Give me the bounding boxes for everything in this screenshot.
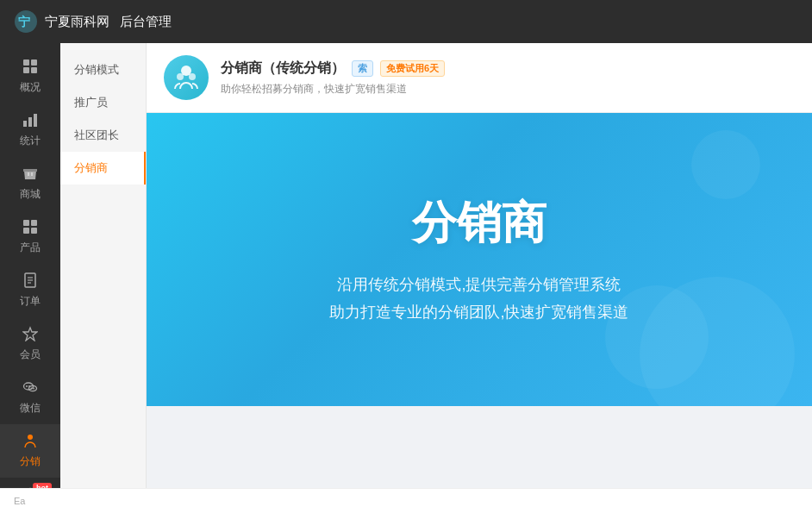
distribution-icon xyxy=(22,433,38,451)
sidebar-item-shop[interactable]: 商城 xyxy=(0,157,60,210)
sidebar-label-stats: 统计 xyxy=(20,134,41,148)
svg-point-23 xyxy=(33,388,34,390)
svg-rect-8 xyxy=(34,114,37,127)
svg-point-32 xyxy=(189,73,196,80)
content-area: 分销商（传统分销） 索 免费试用6天 助你轻松招募分销商，快速扩宽销售渠道 分销… xyxy=(147,43,812,513)
banner-desc-line1: 沿用传统分销模式,提供完善分销管理系统 xyxy=(329,271,628,298)
svg-point-22 xyxy=(31,388,33,390)
wechat-icon xyxy=(22,379,38,397)
header-admin: 后台管理 xyxy=(120,14,172,30)
svg-rect-5 xyxy=(31,67,37,73)
svg-rect-3 xyxy=(31,59,37,66)
sidebar-label-member: 会员 xyxy=(20,347,41,362)
svg-rect-12 xyxy=(31,228,37,234)
header-title: 宁夏雨科网 xyxy=(45,14,109,30)
logo-icon: 宁 xyxy=(14,9,38,34)
content-header-desc: 助你轻松招募分销商，快速扩宽销售渠道 xyxy=(221,82,445,97)
overview-icon xyxy=(22,59,38,77)
content-title-text: 分销商（传统分销） xyxy=(221,59,345,78)
top-header: 宁 宁夏雨科网 后台管理 xyxy=(0,0,812,43)
svg-point-24 xyxy=(28,435,33,440)
svg-text:宁: 宁 xyxy=(18,15,30,28)
svg-marker-17 xyxy=(23,328,37,341)
submenu-item-community[interactable]: 社区团长 xyxy=(60,119,146,152)
submenu-item-distributor[interactable]: 分销商 xyxy=(60,152,146,185)
submenu-item-distribution-mode[interactable]: 分销模式 xyxy=(60,53,146,86)
submenu: 分销模式 推广员 社区团长 分销商 xyxy=(60,43,147,513)
banner-desc-line2: 助力打造专业的分销团队,快速扩宽销售渠道 xyxy=(329,298,628,326)
stats-icon xyxy=(22,112,38,130)
submenu-item-promoter[interactable]: 推广员 xyxy=(60,86,146,119)
tag-type: 索 xyxy=(352,60,373,77)
banner-area: 分销商 沿用传统分销模式,提供完善分销管理系统 助力打造专业的分销团队,快速扩宽… xyxy=(147,113,812,406)
sidebar-label-order: 订单 xyxy=(20,294,41,309)
sidebar-item-wechat[interactable]: 微信 xyxy=(0,371,60,424)
order-icon xyxy=(22,272,38,291)
sidebar-item-stats[interactable]: 统计 xyxy=(0,103,60,157)
sidebar-item-member[interactable]: 会员 xyxy=(0,317,60,371)
sidebar-item-order[interactable]: 订单 xyxy=(0,264,60,317)
sidebar: 概况 统计 商城 产品 订单 xyxy=(0,43,60,513)
content-header-title: 分销商（传统分销） 索 免费试用6天 xyxy=(221,59,445,78)
tag-trial: 免费试用6天 xyxy=(380,60,445,77)
product-icon xyxy=(22,219,38,237)
sidebar-label-wechat: 微信 xyxy=(20,401,41,416)
sidebar-label-shop: 商城 xyxy=(20,187,41,202)
deco-circle-3 xyxy=(691,130,760,199)
sidebar-item-distribution[interactable]: 分销 xyxy=(0,424,60,478)
banner-title: 分销商 xyxy=(329,193,628,253)
svg-rect-4 xyxy=(23,67,29,73)
main-area: 概况 统计 商城 产品 订单 xyxy=(0,43,812,513)
logo-area: 宁 宁夏雨科网 后台管理 xyxy=(14,9,172,34)
svg-rect-10 xyxy=(31,220,37,226)
svg-rect-7 xyxy=(28,117,32,127)
sidebar-label-distribution: 分销 xyxy=(20,454,41,469)
sidebar-item-overview[interactable]: 概况 xyxy=(0,50,60,103)
member-icon xyxy=(22,326,38,344)
distributor-icon xyxy=(164,55,209,100)
content-header: 分销商（传统分销） 索 免费试用6天 助你轻松招募分销商，快速扩宽销售渠道 xyxy=(147,43,812,113)
sidebar-item-product[interactable]: 产品 xyxy=(0,210,60,264)
footer: Ea xyxy=(0,488,812,513)
sidebar-label-overview: 概况 xyxy=(20,80,41,95)
footer-text: Ea xyxy=(14,496,25,506)
svg-rect-11 xyxy=(23,228,29,234)
svg-point-31 xyxy=(177,73,184,80)
sidebar-label-product: 产品 xyxy=(20,241,41,255)
banner-content: 分销商 沿用传统分销模式,提供完善分销管理系统 助力打造专业的分销团队,快速扩宽… xyxy=(329,193,628,327)
svg-rect-2 xyxy=(23,59,29,66)
svg-rect-9 xyxy=(23,220,29,226)
shop-icon xyxy=(22,166,38,184)
svg-rect-6 xyxy=(23,121,27,127)
svg-point-19 xyxy=(26,385,28,387)
content-header-info: 分销商（传统分销） 索 免费试用6天 助你轻松招募分销商，快速扩宽销售渠道 xyxy=(221,59,445,97)
